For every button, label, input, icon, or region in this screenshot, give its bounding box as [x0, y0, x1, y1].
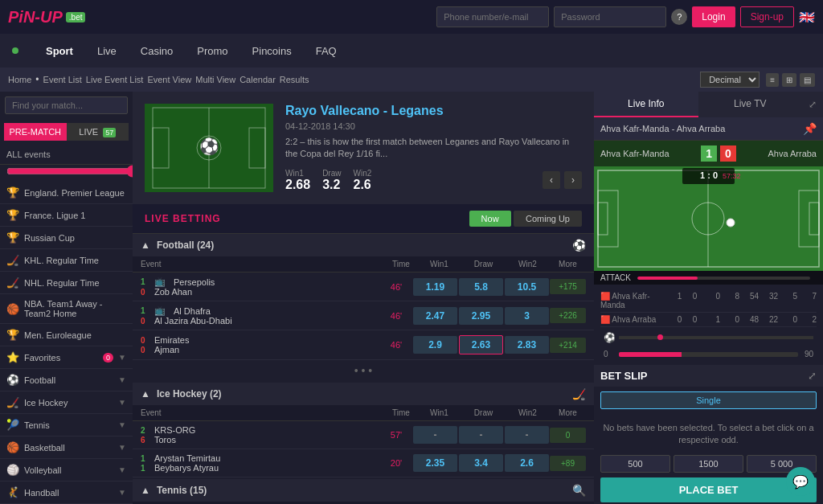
sidebar-item-favorites[interactable]: ⭐ Favorites 0 ▼ [0, 346, 133, 369]
breadcrumb-event-view[interactable]: Event View [147, 75, 191, 84]
football-more-3[interactable]: +214 [550, 338, 586, 353]
draw-value[interactable]: 3.2 [322, 178, 341, 192]
sidebar-item-volleyball[interactable]: 🏐 Volleyball ▼ [0, 459, 133, 481]
tennis-section-header[interactable]: ▲ Tennis (15) 🔍 [133, 479, 594, 502]
grid-icon-grid[interactable]: ⊞ [782, 73, 796, 87]
grid-icon-compact[interactable]: ▤ [800, 73, 815, 87]
sidebar-item-nhl[interactable]: 🏒 NHL. Regular Time [0, 272, 133, 294]
language-flag[interactable]: 🇬🇧 [799, 10, 815, 25]
prematch-tab[interactable]: PRE-MATCH [4, 123, 67, 141]
password-input[interactable] [554, 6, 666, 27]
ice-draw-2[interactable]: 3.4 [459, 454, 503, 472]
football-win2-3[interactable]: 2.83 [505, 336, 549, 354]
help-button[interactable]: ? [671, 9, 687, 25]
featured-info: Rayo Vallecano - Leganes 04-12-2018 14:3… [285, 104, 582, 192]
win2-value[interactable]: 2.6 [353, 178, 371, 192]
amount-1500[interactable]: 1500 [674, 455, 743, 473]
football-icon: ⚽ [6, 374, 19, 386]
nav-item-sport[interactable]: Sport [46, 45, 73, 57]
single-tab[interactable]: Single [600, 391, 817, 409]
prev-arrow[interactable]: ‹ [543, 171, 560, 189]
nav-item-faq[interactable]: FAQ [316, 45, 337, 57]
main-nav: Sport Live Casino Promo Pincoins FAQ [0, 34, 823, 68]
field-visualization: 1 : 0 57:32 [594, 166, 823, 271]
nav-item-casino[interactable]: Casino [141, 45, 173, 57]
football-more-1[interactable]: +175 [550, 279, 586, 294]
coming-up-button[interactable]: Coming Up [514, 211, 582, 227]
amount-500[interactable]: 500 [600, 455, 670, 473]
football-section-header[interactable]: ▲ Football (24) ⚽ [133, 234, 594, 256]
football-draw-1[interactable]: 5.8 [459, 278, 503, 296]
chat-button[interactable]: 💬 [786, 467, 815, 496]
search-input[interactable] [5, 96, 128, 114]
sidebar-item-handball[interactable]: 🤾 Handball ▼ [0, 481, 133, 504]
pin-icon[interactable]: 📌 [803, 122, 817, 135]
ice-hockey-section-title: Ice Hockey (2) [157, 388, 222, 400]
breadcrumb-live-event[interactable]: Live Event List [86, 75, 144, 84]
nav-item-pincoins[interactable]: Pincoins [252, 45, 292, 57]
bet-slip-expand[interactable]: ⤢ [808, 370, 817, 382]
star-icon: ⭐ [6, 351, 19, 363]
next-arrow[interactable]: › [564, 171, 582, 189]
football-draw-3[interactable]: 2.63 [459, 335, 503, 354]
breadcrumb-event-list[interactable]: Event List [43, 75, 82, 84]
sidebar-item-basketball[interactable]: 🏀 Basketball ▼ [0, 436, 133, 459]
favorites-badge: 0 [103, 353, 113, 363]
chevron-icon-5: ▼ [118, 443, 126, 452]
sidebar-item-russian-cup[interactable]: 🏆 Russian Cup [0, 227, 133, 249]
nav-item-live[interactable]: Live [97, 45, 117, 57]
place-bet-button[interactable]: PLACE BET [600, 477, 817, 502]
nav-item-promo[interactable]: Promo [197, 45, 227, 57]
featured-title[interactable]: Rayo Vallecano - Leganes [285, 104, 582, 118]
live-tv-tab[interactable]: Live TV [698, 92, 803, 117]
sidebar-item-nba[interactable]: 🏀 NBA. Team1 Away - Team2 Home [0, 294, 133, 324]
ice-win2-1[interactable]: - [505, 426, 549, 444]
dots-more[interactable]: • • • [133, 360, 594, 381]
breadcrumb-results[interactable]: Results [280, 75, 309, 84]
sidebar-item-ice-hockey[interactable]: 🏒 Ice Hockey ▼ [0, 391, 133, 414]
match-select: Ahva Kafr-Manda - Ahva Arraba 📌 [594, 117, 823, 141]
tennis-section: ▲ Tennis (15) 🔍 Event Time Win1 Draw Win… [133, 479, 594, 504]
ice-draw-1[interactable]: - [459, 426, 503, 444]
ice-hockey-section-header[interactable]: ▲ Ice Hockey (2) 🏒 [133, 383, 594, 405]
football-win2-1[interactable]: 10.5 [505, 278, 549, 296]
sidebar-item-football[interactable]: ⚽ Football ▼ [0, 369, 133, 391]
phone-email-input[interactable] [436, 6, 549, 27]
ice-win1-2[interactable]: 2.35 [413, 454, 457, 472]
breadcrumb-right: Decimal ≡ ⊞ ▤ [700, 72, 815, 88]
sidebar-slider[interactable] [6, 165, 133, 178]
football-win1-3[interactable]: 2.9 [413, 336, 457, 354]
breadcrumb-multi-view[interactable]: Multi View [195, 75, 235, 84]
sidebar-item-england[interactable]: 🏆 England. Premier League [0, 182, 133, 204]
login-button[interactable]: Login [692, 6, 735, 27]
breadcrumb-calendar[interactable]: Calendar [240, 75, 276, 84]
sidebar-item-france[interactable]: 🏆 France. Ligue 1 [0, 204, 133, 227]
featured-date: 04-12-2018 14:30 [285, 121, 582, 131]
chevron-icon: ▼ [118, 353, 126, 362]
win1-value[interactable]: 2.68 [285, 178, 310, 192]
sidebar-all[interactable]: ALL events [0, 145, 133, 165]
ice-more-1[interactable]: 0 [550, 428, 586, 443]
breadcrumb-home[interactable]: Home [8, 75, 31, 84]
football-win2-2[interactable]: 3 [505, 307, 549, 325]
football-win1-1[interactable]: 1.19 [413, 278, 457, 296]
score-home: 1 [701, 145, 717, 162]
live-info-tab[interactable]: Live Info [594, 92, 698, 117]
decimal-select[interactable]: Decimal [700, 72, 760, 88]
live-tab[interactable]: LIVE 57 [67, 123, 129, 141]
chevron-icon-2: ▼ [118, 375, 126, 384]
now-button[interactable]: Now [469, 211, 511, 227]
ice-win2-2[interactable]: 2.6 [505, 454, 549, 472]
sidebar-item-khl[interactable]: 🏒 KHL. Regular Time [0, 249, 133, 272]
grid-icon-list[interactable]: ≡ [766, 73, 779, 87]
ice-win1-1[interactable]: - [413, 426, 457, 444]
sidebar-item-euroleague[interactable]: 🏆 Men. Euroleague [0, 324, 133, 346]
football-win1-2[interactable]: 2.47 [413, 307, 457, 325]
expand-button[interactable]: ⤢ [802, 92, 823, 117]
football-more-2[interactable]: +226 [550, 308, 586, 323]
signup-button[interactable]: Sign-up [740, 6, 794, 27]
football-draw-2[interactable]: 2.95 [459, 307, 503, 325]
sidebar-item-tennis[interactable]: 🎾 Tennis ▼ [0, 414, 133, 436]
table-row: 1 📺 Persepolis 0 Zob Ahan 46' 1.19 5.8 1… [133, 272, 594, 301]
ice-more-2[interactable]: +89 [550, 456, 586, 471]
